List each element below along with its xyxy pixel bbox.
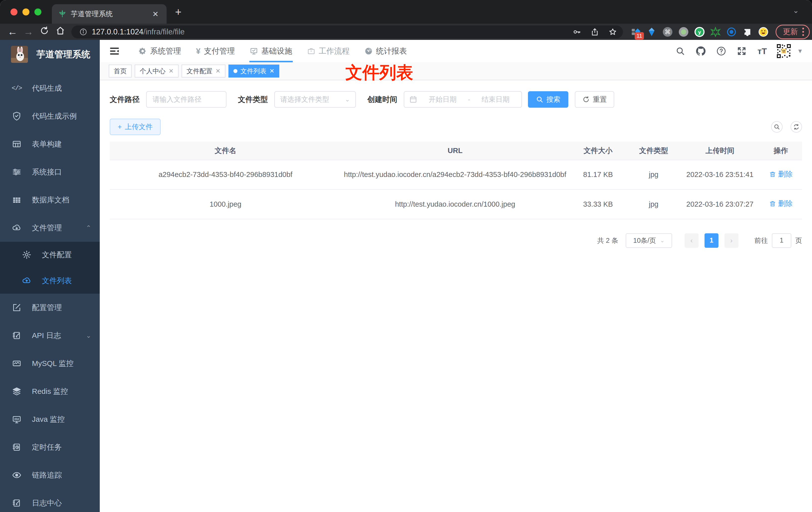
delete-button[interactable]: 删除 (769, 169, 792, 180)
sidebar-item-form-builder[interactable]: 表单构建 (0, 130, 100, 158)
sidebar-item-tracing[interactable]: 链路追踪 (0, 461, 100, 489)
cell-file-type: jpg (627, 189, 680, 219)
file-type-select[interactable]: 请选择文件类型 ⌄ (274, 91, 356, 108)
calendar-icon (409, 95, 417, 103)
tab-close-icon[interactable]: ✕ (151, 10, 160, 19)
extension-gem-icon[interactable] (646, 27, 657, 37)
browser-menu-icon[interactable] (802, 28, 804, 36)
forward-button[interactable]: → (21, 26, 36, 37)
form-builder-icon (11, 139, 22, 149)
topnav-item-reports[interactable]: 统计报表 (357, 40, 414, 62)
topnav-item-payment[interactable]: ¥ 支付管理 (188, 40, 242, 62)
date-range-picker[interactable]: 开始日期 - 结束日期 (404, 91, 522, 108)
font-size-icon[interactable]: ᴛT (756, 47, 768, 56)
new-tab-button[interactable]: + (175, 6, 181, 18)
sidebar-item-api-log[interactable]: API 日志 ⌄ (0, 322, 100, 350)
tag-close-icon[interactable]: ✕ (269, 67, 274, 74)
sidebar: 芋道管理系统 </> 代码生成 代码生成示例 表单构建 (0, 40, 100, 512)
chart-line-icon (11, 358, 22, 369)
log-edit-icon (11, 330, 22, 341)
app-root: 芋道管理系统 </> 代码生成 代码生成示例 表单构建 (0, 40, 812, 512)
sidebar-item-log-center[interactable]: 日志中心 (0, 489, 100, 512)
home-button[interactable] (52, 26, 68, 37)
sidebar-item-scheduled-tasks[interactable]: 定时任务 (0, 433, 100, 461)
browser-tab[interactable]: 芋道管理系统 ✕ (52, 4, 167, 24)
tag-home[interactable]: 首页 (109, 65, 132, 78)
browser-update-button[interactable]: 更新 (776, 25, 810, 39)
tag-profile[interactable]: 个人中心 ✕ (135, 65, 179, 78)
date-start-placeholder: 开始日期 (422, 95, 463, 104)
page-unit-label: 页 (795, 236, 802, 245)
extension-command-icon[interactable]: ⌘ (662, 27, 673, 37)
extension-icons: 11 ⌘ y (631, 27, 768, 37)
site-info-icon[interactable] (79, 28, 87, 36)
topnav-item-system[interactable]: 系统管理 (131, 40, 188, 62)
edit-icon (11, 302, 22, 313)
create-time-label: 创建时间 (367, 94, 397, 105)
user-avatar-qr[interactable] (776, 43, 791, 59)
pagination: 共 2 条 10条/页 ⌄ ‹ 1 › 前往 页 (110, 233, 802, 248)
tab-search-chevron-icon[interactable]: ⌄ (793, 6, 799, 15)
delete-button[interactable]: 删除 (769, 198, 792, 209)
address-bar[interactable]: 127.0.0.1:1024/infra/file/file (71, 25, 623, 38)
window-maximize-button[interactable] (34, 8, 41, 16)
reset-button[interactable]: 重置 (575, 91, 614, 108)
sidebar-item-file-config[interactable]: 文件配置 (0, 242, 100, 268)
extension-star-icon[interactable] (710, 27, 721, 37)
url-text[interactable]: 127.0.0.1:1024/infra/file/file (92, 27, 563, 36)
extension-emoji-icon[interactable] (758, 27, 768, 37)
app-header: 系统管理 ¥ 支付管理 基础设施 (100, 40, 812, 62)
github-icon[interactable] (694, 46, 707, 57)
topnav-item-infrastructure[interactable]: 基础设施 (242, 40, 300, 62)
sidebar-item-config-management[interactable]: 配置管理 (0, 294, 100, 322)
sidebar-item-code-gen[interactable]: </> 代码生成 (0, 74, 100, 102)
tag-file-list[interactable]: 文件列表 ✕ (228, 65, 279, 78)
file-path-input[interactable] (146, 91, 227, 108)
window-minimize-button[interactable] (23, 8, 29, 16)
next-page-button[interactable]: › (724, 233, 738, 248)
topnav-item-workflow[interactable]: 工作流程 (300, 40, 357, 62)
extension-eye-icon[interactable] (726, 27, 737, 37)
reload-button[interactable] (36, 26, 52, 37)
search-icon[interactable] (674, 47, 687, 56)
sidebar-item-file-list[interactable]: 文件列表 (0, 268, 100, 294)
page-size-select[interactable]: 10条/页 ⌄ (626, 233, 672, 248)
fullscreen-icon[interactable] (735, 46, 748, 56)
search-button[interactable]: 搜索 (528, 91, 568, 108)
help-icon[interactable] (715, 46, 728, 56)
tag-close-icon[interactable]: ✕ (169, 67, 174, 74)
goto-page-input[interactable] (772, 233, 791, 248)
sidebar-logo[interactable]: 芋道管理系统 (0, 40, 100, 69)
extension-green-dot-icon[interactable] (678, 27, 689, 37)
table-refresh-button[interactable] (790, 121, 802, 132)
table-search-toggle-button[interactable] (771, 121, 783, 132)
sidebar-item-java-monitor[interactable]: Java 监控 (0, 405, 100, 433)
sidebar-item-db-doc[interactable]: 数据库文档 (0, 186, 100, 214)
sidebar-item-redis-monitor[interactable]: Redis 监控 (0, 378, 100, 405)
sidebar-item-code-demo[interactable]: 代码生成示例 (0, 102, 100, 130)
tag-close-icon[interactable]: ✕ (215, 67, 221, 74)
prev-page-button[interactable]: ‹ (685, 233, 699, 248)
red-annotation-text: 文件列表 (345, 61, 413, 84)
filter-form: 文件路径 文件类型 请选择文件类型 ⌄ 创建时间 开始日期 - 结束日 (110, 91, 802, 108)
window-close-button[interactable] (10, 8, 18, 16)
sidebar-item-file-management[interactable]: 文件管理 ⌃ (0, 214, 100, 242)
current-page-button[interactable]: 1 (704, 233, 719, 248)
top-navigation: 系统管理 ¥ 支付管理 基础设施 (131, 40, 414, 62)
active-dot (233, 69, 237, 73)
extension-y-icon[interactable]: y (694, 27, 705, 37)
share-icon[interactable] (590, 28, 599, 36)
sidebar-item-system-api[interactable]: 系统接口 (0, 158, 100, 186)
plus-icon: + (118, 123, 122, 131)
sidebar-item-mysql-monitor[interactable]: MySQL 监控 (0, 350, 100, 378)
tag-file-config[interactable]: 文件配置 ✕ (181, 65, 226, 78)
sliders-icon (11, 167, 22, 177)
extension-grid-icon[interactable]: 11 (631, 27, 641, 37)
sidebar-collapse-icon[interactable] (109, 46, 120, 57)
avatar-caret-icon[interactable]: ▼ (797, 48, 803, 55)
upload-file-button[interactable]: + 上传文件 (110, 119, 161, 135)
extension-puzzle-icon[interactable] (742, 27, 753, 37)
password-key-icon[interactable] (573, 28, 581, 36)
back-button[interactable]: ← (4, 26, 21, 37)
bookmark-star-icon[interactable] (609, 28, 617, 36)
